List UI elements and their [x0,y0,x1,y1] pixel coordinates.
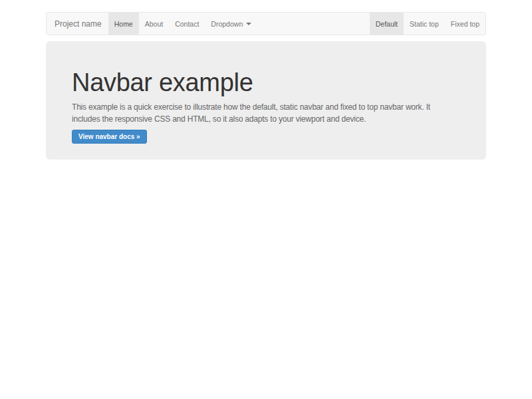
navbar: Project name Home About Contact Dropdown… [46,12,486,35]
description-line-1: This example is a quick exercise to illu… [72,101,460,113]
page: { "navbar": { "brand": "Project name", "… [0,0,532,399]
view-navbar-docs-button[interactable]: View navbar docs » [72,130,147,144]
jumbotron: Navbar example This example is a quick e… [46,41,486,160]
description-line-2: includes the responsive CSS and HTML, so… [72,113,460,125]
nav-item-contact[interactable]: Contact [169,13,205,35]
nav-item-label: Fixed top [451,20,479,28]
nav-right: Default Static top Fixed top [370,13,485,35]
nav-item-static-top[interactable]: Static top [404,13,445,35]
nav-item-label: Static top [410,20,439,28]
brand-link[interactable]: Project name [47,13,108,35]
nav-item-label: About [145,20,163,28]
jumbotron-description: This example is a quick exercise to illu… [72,101,460,125]
nav-item-home[interactable]: Home [108,13,139,35]
nav-item-label: Default [376,20,398,28]
nav-item-label: Home [114,20,133,28]
nav-item-default[interactable]: Default [370,13,404,35]
caret-down-icon [246,23,251,25]
page-title: Navbar example [72,70,460,96]
nav-item-label: Dropdown [211,20,243,28]
nav-left: Home About Contact Dropdown [108,13,258,35]
navbar-spacer [257,13,370,35]
nav-item-about[interactable]: About [139,13,169,35]
nav-item-fixed-top[interactable]: Fixed top [445,13,485,35]
nav-item-dropdown[interactable]: Dropdown [205,13,257,35]
nav-item-label: Contact [175,20,199,28]
